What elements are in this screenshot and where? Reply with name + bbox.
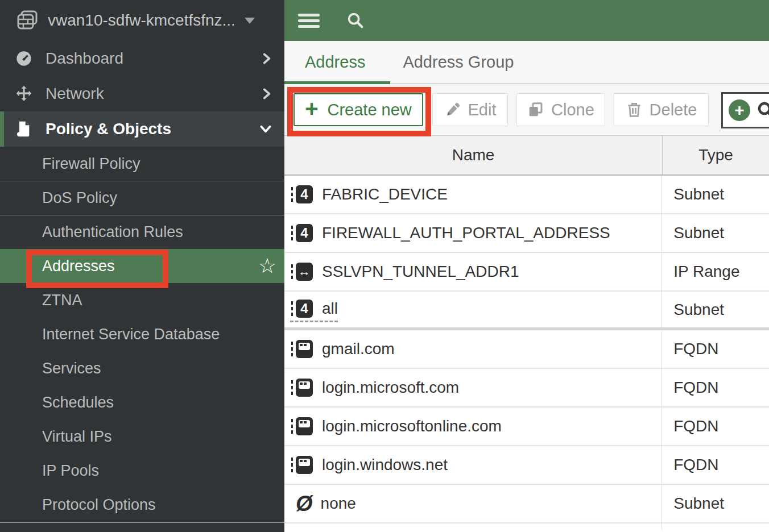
table-row[interactable]: 4 FIREWALL_AUTH_PORTAL_ADDRESS Subnet (284, 214, 769, 253)
chevron-down-icon (258, 122, 273, 136)
tab-address-group[interactable]: Address Group (403, 53, 514, 72)
table-row[interactable]: 4 all Subnet (284, 292, 769, 330)
trash-icon (626, 101, 643, 118)
chevron-down-icon (245, 18, 255, 24)
top-green-bar (284, 0, 769, 41)
table-header: Name Type (284, 135, 769, 176)
fqdn-icon (296, 340, 313, 358)
move-arrows-icon (15, 85, 36, 103)
sidebar-item-protocol-options[interactable]: Protocol Options (0, 488, 284, 522)
ipv4-address-icon: 4 (296, 300, 313, 318)
document-icon (15, 120, 36, 138)
none-address-icon: Ø (296, 493, 313, 514)
sidebar-item-addresses[interactable]: Addresses ☆ (0, 249, 284, 283)
sidebar-item-dos-policy[interactable]: DoS Policy (0, 181, 284, 215)
device-name: vwan10-sdfw-kmcetfsfnz... (48, 11, 235, 30)
sidebar-item-schedules[interactable]: Schedules (0, 385, 284, 419)
sidebar-partial-row (0, 523, 284, 532)
table-row[interactable]: Ø none Subnet (284, 485, 769, 523)
hamburger-menu-icon[interactable] (298, 11, 320, 31)
ipv4-address-icon: 4 (296, 185, 313, 203)
table-row[interactable]: login.windows.net FQDN (284, 446, 769, 485)
tab-address[interactable]: Address (305, 53, 365, 72)
sidebar-item-firewall-policy[interactable]: Firewall Policy (0, 147, 284, 181)
gauge-icon (15, 49, 36, 68)
chevron-right-icon (261, 51, 273, 66)
pencil-icon (444, 101, 461, 118)
vdom-stack-icon (15, 9, 40, 32)
column-header-name[interactable]: Name (284, 136, 662, 174)
chevron-right-icon (261, 86, 273, 101)
table-search-widget[interactable]: + (721, 92, 769, 128)
main-content: Address Address Group + Create new Edit (284, 0, 769, 532)
sidebar-item-virtual-ips[interactable]: Virtual IPs (0, 419, 284, 454)
clone-button[interactable]: Clone (516, 93, 605, 126)
table-row[interactable]: gmail.com FQDN (284, 330, 769, 369)
fortigate-window: vwan10-sdfw-kmcetfsfnz... Dashboard (0, 0, 769, 532)
table-row[interactable]: login.microsoft.com FQDN (284, 369, 769, 408)
sidebar-item-services[interactable]: Services (0, 351, 284, 385)
tab-bar: Address Address Group (284, 41, 769, 84)
clone-icon (527, 101, 544, 118)
toolbar: + Create new Edit (284, 84, 769, 135)
add-circle-icon[interactable]: + (729, 99, 750, 121)
sidebar-item-ip-pools[interactable]: IP Pools (0, 454, 284, 488)
table-row[interactable]: 4 FABRIC_DEVICE Subnet (284, 176, 769, 214)
ip-range-icon: ↔ (296, 263, 313, 281)
table-row[interactable]: ↔ SSLVPN_TUNNEL_ADDR1 IP Range (284, 253, 769, 292)
search-icon[interactable] (346, 11, 365, 30)
favorite-star-icon[interactable]: ☆ (258, 256, 276, 276)
sidebar-item-ztna[interactable]: ZTNA (0, 283, 284, 317)
table-row-partial (284, 523, 769, 530)
sidebar: vwan10-sdfw-kmcetfsfnz... Dashboard (0, 0, 284, 532)
sidebar-item-dashboard[interactable]: Dashboard (0, 41, 284, 76)
fqdn-icon (296, 456, 313, 474)
table-row[interactable]: login.microsoftonline.com FQDN (284, 408, 769, 446)
ipv4-address-icon: 4 (296, 224, 313, 242)
sidebar-item-authentication-rules[interactable]: Authentication Rules (0, 215, 284, 249)
delete-button[interactable]: Delete (614, 93, 709, 126)
edit-button[interactable]: Edit (432, 93, 508, 126)
fqdn-icon (296, 379, 313, 397)
table-search-icon[interactable] (756, 100, 769, 120)
create-new-button[interactable]: + Create new (293, 93, 423, 126)
device-selector[interactable]: vwan10-sdfw-kmcetfsfnz... (0, 0, 284, 41)
sidebar-item-policy-objects[interactable]: Policy & Objects (0, 111, 284, 147)
sidebar-item-internet-service-database[interactable]: Internet Service Database (0, 317, 284, 351)
column-header-type[interactable]: Type (662, 136, 769, 174)
fqdn-icon (296, 417, 313, 435)
sidebar-item-network[interactable]: Network (0, 76, 284, 111)
